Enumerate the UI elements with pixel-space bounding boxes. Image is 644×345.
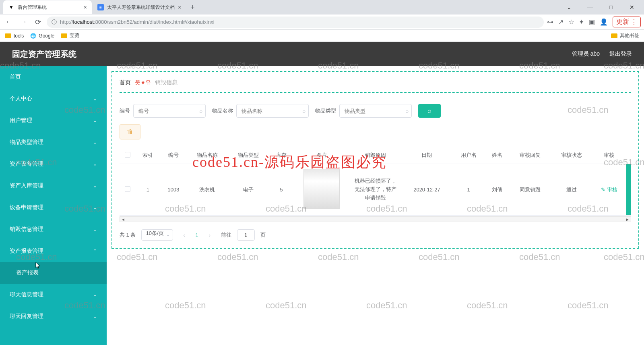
prev-page-button[interactable]: ‹: [179, 229, 190, 241]
cell-type: 电子: [228, 164, 269, 216]
page-size-select[interactable]: 10条/页 ⌄: [141, 229, 173, 241]
star-icon[interactable]: ☆: [568, 18, 574, 26]
sidebar-item-assets[interactable]: 资产设备管理⌄: [0, 153, 107, 175]
share-icon[interactable]: ↗: [558, 18, 564, 26]
update-button[interactable]: 更新 ⋮: [613, 17, 641, 27]
col-status: 审核状态: [551, 147, 592, 164]
url-input[interactable]: ⓘ http://localhost:8080/ssm2bn52/admin/d…: [47, 17, 544, 28]
pagination: 共 1 条 10条/页 ⌄ ‹ 1 › 前往 页: [120, 222, 631, 243]
cell-date: 2020-12-27: [402, 164, 452, 216]
main-content: 首页 웃♥유 销毁信息 编号 ⌕ 物品名称 ⌕: [107, 66, 644, 345]
sidebar-item-inbound[interactable]: 资产入库管理⌄: [0, 175, 107, 197]
row-checkbox[interactable]: [125, 186, 130, 192]
search-label: 物品名称: [212, 107, 233, 114]
browser-tab-active[interactable]: ▼ 后台管理系统 ×: [3, 0, 92, 14]
chevron-down-icon: ⌄: [93, 96, 97, 102]
search-row: 编号 ⌕ 物品名称 ⌕ 物品类型: [120, 93, 631, 123]
breadcrumb-home[interactable]: 首页: [120, 79, 131, 86]
forward-button[interactable]: →: [18, 17, 29, 28]
chevron-down-icon: ⌄: [93, 205, 97, 210]
horizontal-scrollbar[interactable]: ◄ ►: [120, 216, 631, 222]
product-image: [303, 169, 340, 209]
scroll-left-icon[interactable]: ◄: [120, 217, 126, 222]
sidebar-item-report[interactable]: 资产报表管理⌃: [0, 240, 107, 262]
sidebar-item-chat[interactable]: 聊天信息管理⌄: [0, 284, 107, 306]
cell-reason: 机器已经损坏了，无法修理了，特产申请销毁: [350, 164, 401, 216]
window-controls: ⌄ — □ ✕: [560, 1, 644, 13]
new-tab-button[interactable]: +: [187, 2, 198, 13]
next-page-button[interactable]: ›: [204, 229, 215, 241]
app-body: 首页 个人中心⌄ 用户管理⌄ 物品类型管理⌄ 资产设备管理⌄ 资产入库管理⌄ 设…: [0, 66, 644, 345]
search-button[interactable]: ⌕: [418, 104, 441, 118]
search-input-code[interactable]: [133, 104, 206, 118]
tab-strip: ▼ 后台管理系统 × ≡ 太平人寿签章系统详细设计文档 × + ⌄ — □ ✕: [0, 0, 644, 15]
other-bookmarks[interactable]: 其他书签: [611, 32, 639, 39]
tab-title: 太平人寿签章系统详细设计文档: [107, 4, 175, 11]
cell-stock: 5: [269, 164, 294, 216]
col-realname: 姓名: [485, 147, 510, 164]
reader-icon[interactable]: ▣: [589, 18, 595, 26]
table-wrapper: 索引 编号 物品名称 物品类型 库存 图片 销毁原因 日期 用户名 姓名 审核回…: [120, 147, 631, 222]
col-name: 物品名称: [186, 147, 228, 164]
sidebar-item-apply[interactable]: 设备申请管理⌄: [0, 197, 107, 218]
search-icon: ⌕: [427, 107, 431, 114]
checkbox-all[interactable]: [125, 152, 130, 158]
search-icon: ⌕: [199, 108, 202, 114]
browser-tab[interactable]: ≡ 太平人寿签章系统详细设计文档 ×: [93, 0, 186, 14]
col-code: 编号: [160, 147, 187, 164]
chevron-down-icon: ⌄: [93, 227, 97, 232]
sidebar-item-home[interactable]: 首页: [0, 66, 107, 88]
chevron-down-icon: ⌄: [93, 139, 97, 145]
chevron-down-icon: ⌄: [93, 314, 97, 319]
cell-username: 1: [452, 164, 485, 216]
bookmark-item[interactable]: 🌐Google: [30, 33, 54, 39]
trash-icon: 🗑: [127, 128, 133, 135]
sidebar-item-types[interactable]: 物品类型管理⌄: [0, 131, 107, 153]
search-group-name: 物品名称 ⌕: [212, 104, 309, 118]
maximize-button[interactable]: □: [602, 1, 620, 13]
caret-down-icon[interactable]: ⌄: [560, 1, 578, 13]
table-header-row: 索引 编号 物品名称 物品类型 库存 图片 销毁原因 日期 用户名 姓名 审核回…: [120, 147, 631, 164]
reload-button[interactable]: ⟳: [32, 17, 43, 28]
logout-link[interactable]: 退出登录: [609, 50, 632, 58]
col-stock: 库存: [269, 147, 294, 164]
close-icon[interactable]: ×: [84, 4, 87, 10]
page-number[interactable]: 1: [196, 232, 198, 238]
sidebar-item-users[interactable]: 用户管理⌄: [0, 110, 107, 131]
search-label: 编号: [120, 107, 130, 114]
extension-icon[interactable]: ✦: [579, 18, 584, 26]
search-icon: ⌕: [302, 108, 305, 114]
cell-image: [293, 164, 350, 216]
search-input-name[interactable]: [236, 104, 309, 118]
sidebar-item-personal[interactable]: 个人中心⌄: [0, 88, 107, 110]
key-icon[interactable]: ⊶: [547, 18, 553, 26]
current-user[interactable]: 管理员 abo: [572, 50, 600, 58]
scroll-right-icon[interactable]: ►: [624, 217, 631, 222]
bookmark-item[interactable]: 宝藏: [61, 32, 79, 39]
delete-button[interactable]: 🗑: [120, 124, 140, 139]
col-image: 图片: [293, 147, 350, 164]
audit-button[interactable]: ✎ 审核: [601, 186, 617, 193]
chevron-down-icon: ⌄: [93, 183, 97, 189]
sidebar-item-reply[interactable]: 聊天回复管理⌄: [0, 306, 107, 327]
chevron-down-icon: ⌄: [166, 231, 170, 237]
search-input-type[interactable]: [339, 104, 412, 118]
close-window-button[interactable]: ✕: [623, 1, 641, 13]
back-button[interactable]: ←: [3, 17, 14, 28]
sidebar-item-destroy[interactable]: 销毁信息管理⌄: [0, 218, 107, 240]
row-handle[interactable]: [626, 164, 631, 216]
close-icon[interactable]: ×: [178, 4, 181, 10]
cell-realname: 刘倩: [485, 164, 510, 216]
bookmark-item[interactable]: tools: [5, 33, 24, 39]
sidebar-subitem-report[interactable]: 资产报表: [0, 262, 107, 284]
breadcrumb: 首页 웃♥유 销毁信息: [120, 77, 631, 93]
col-date: 日期: [402, 147, 452, 164]
search-group-type: 物品类型 ⌕: [315, 104, 412, 118]
profile-icon[interactable]: 👤: [600, 18, 608, 26]
page-total: 共 1 条: [120, 231, 136, 239]
tab-favicon: ≡: [97, 4, 104, 10]
goto-suffix: 页: [260, 231, 266, 239]
minimize-button[interactable]: —: [581, 1, 599, 13]
url-text: http://localhost:8080/ssm2bn52/admin/dis…: [60, 19, 215, 25]
goto-input[interactable]: [237, 229, 255, 241]
